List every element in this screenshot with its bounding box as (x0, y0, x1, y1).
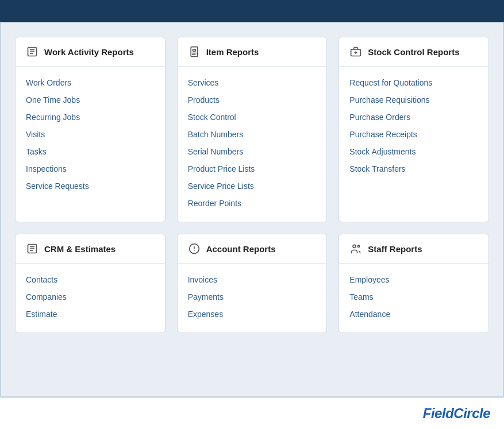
card-title-stock-control: Stock Control Reports (368, 47, 459, 57)
link-request-for-quotations[interactable]: Request for Quotations (349, 75, 478, 91)
staff-reports-icon (349, 242, 362, 255)
card-header-crm-estimates: CRM & Estimates (16, 234, 165, 264)
link-reorder-points[interactable]: Reorder Points (188, 195, 317, 211)
account-reports-icon (188, 242, 201, 255)
link-recurring-jobs[interactable]: Recurring Jobs (26, 109, 155, 125)
card-stock-control: Stock Control ReportsRequest for Quotati… (338, 37, 489, 222)
link-services[interactable]: Services (188, 75, 317, 91)
item-reports-icon (188, 45, 201, 58)
card-header-account-reports: Account Reports (178, 234, 327, 264)
card-header-stock-control: Stock Control Reports (339, 37, 488, 67)
card-body-work-activity: Work OrdersOne Time JobsRecurring JobsVi… (16, 67, 165, 204)
link-products[interactable]: Products (188, 92, 317, 108)
link-payments[interactable]: Payments (188, 289, 317, 305)
link-contacts[interactable]: Contacts (26, 272, 155, 288)
footer: FieldCircle (0, 397, 504, 429)
card-title-item-reports: Item Reports (206, 47, 259, 57)
svg-rect-5 (193, 49, 195, 51)
crm-estimates-icon (26, 242, 39, 255)
card-body-account-reports: InvoicesPaymentsExpenses (178, 264, 327, 333)
card-header-work-activity: Work Activity Reports (16, 37, 165, 67)
card-title-crm-estimates: CRM & Estimates (44, 244, 116, 254)
card-header-staff-reports: Staff Reports (339, 234, 488, 264)
card-work-activity: Work Activity ReportsWork OrdersOne Time… (15, 37, 166, 222)
card-item-reports: Item ReportsServicesProductsStock Contro… (177, 37, 328, 222)
link-product-price-lists[interactable]: Product Price Lists (188, 161, 317, 177)
page-header (0, 0, 504, 22)
link-attendance[interactable]: Attendance (349, 306, 478, 322)
link-serial-numbers[interactable]: Serial Numbers (188, 144, 317, 160)
link-teams[interactable]: Teams (349, 289, 478, 305)
link-stock-control[interactable]: Stock Control (188, 109, 317, 125)
link-service-price-lists[interactable]: Service Price Lists (188, 178, 317, 194)
work-activity-icon (26, 45, 39, 58)
link-stock-adjustments[interactable]: Stock Adjustments (349, 144, 478, 160)
card-body-item-reports: ServicesProductsStock ControlBatch Numbe… (178, 67, 327, 222)
link-invoices[interactable]: Invoices (188, 272, 317, 288)
link-stock-transfers[interactable]: Stock Transfers (349, 161, 478, 177)
link-visits[interactable]: Visits (26, 126, 155, 142)
link-tasks[interactable]: Tasks (26, 144, 155, 160)
card-staff-reports: Staff ReportsEmployeesTeamsAttendance (338, 234, 489, 333)
link-one-time-jobs[interactable]: One Time Jobs (26, 92, 155, 108)
link-purchase-requisitions[interactable]: Purchase Requisitions (349, 92, 478, 108)
card-title-account-reports: Account Reports (206, 244, 276, 254)
main-content: Work Activity ReportsWork OrdersOne Time… (0, 22, 504, 397)
link-inspections[interactable]: Inspections (26, 161, 155, 177)
link-work-orders[interactable]: Work Orders (26, 75, 155, 91)
link-companies[interactable]: Companies (26, 289, 155, 305)
card-account-reports: Account ReportsInvoicesPaymentsExpenses (177, 234, 328, 333)
brand-logo: FieldCircle (423, 405, 490, 422)
card-body-crm-estimates: ContactsCompaniesEstimate (16, 264, 165, 333)
link-purchase-receipts[interactable]: Purchase Receipts (349, 126, 478, 142)
reports-grid: Work Activity ReportsWork OrdersOne Time… (15, 37, 489, 333)
link-employees[interactable]: Employees (349, 272, 478, 288)
svg-point-19 (358, 245, 360, 247)
link-service-requests[interactable]: Service Requests (26, 178, 155, 194)
link-expenses[interactable]: Expenses (188, 306, 317, 322)
card-crm-estimates: CRM & EstimatesContactsCompaniesEstimate (15, 234, 166, 333)
stock-control-icon (349, 45, 362, 58)
page-wrapper: Work Activity ReportsWork OrdersOne Time… (0, 0, 504, 429)
card-body-staff-reports: EmployeesTeamsAttendance (339, 264, 488, 333)
card-title-work-activity: Work Activity Reports (44, 47, 134, 57)
link-batch-numbers[interactable]: Batch Numbers (188, 126, 317, 142)
svg-point-18 (353, 245, 356, 248)
link-purchase-orders[interactable]: Purchase Orders (349, 109, 478, 125)
link-estimate[interactable]: Estimate (26, 306, 155, 322)
card-title-staff-reports: Staff Reports (368, 244, 422, 254)
card-header-item-reports: Item Reports (178, 37, 327, 67)
card-body-stock-control: Request for QuotationsPurchase Requisiti… (339, 67, 488, 187)
